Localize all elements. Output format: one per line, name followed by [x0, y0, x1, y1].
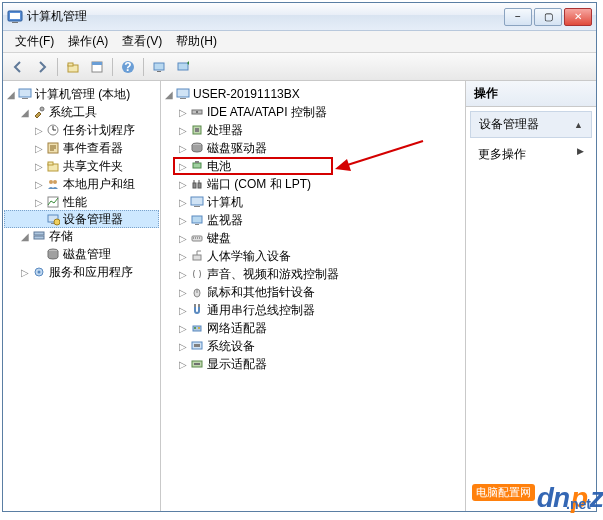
- tree-device-manager[interactable]: 设备管理器: [4, 210, 159, 228]
- device-category[interactable]: ▷监视器: [163, 211, 463, 229]
- tree-event-viewer[interactable]: ▷ 事件查看器: [5, 139, 158, 157]
- expander-icon[interactable]: ▷: [33, 161, 45, 172]
- tree-disk-mgmt[interactable]: 磁盘管理: [5, 245, 158, 263]
- tree-storage[interactable]: ◢ 存储: [5, 227, 158, 245]
- device-icon: [189, 212, 205, 228]
- device-category[interactable]: ▷计算机: [163, 193, 463, 211]
- back-icon[interactable]: [9, 58, 27, 76]
- tree-label: 计算机: [207, 194, 243, 211]
- expander-icon[interactable]: ▷: [177, 341, 189, 352]
- tree-services-apps[interactable]: ▷ 服务和应用程序: [5, 263, 158, 281]
- expander-icon[interactable]: ▷: [33, 197, 45, 208]
- expander-icon[interactable]: ▷: [177, 251, 189, 262]
- device-icon: [189, 194, 205, 210]
- svg-rect-37: [193, 163, 201, 168]
- tree-label: 鼠标和其他指针设备: [207, 284, 315, 301]
- expander-icon[interactable]: ▷: [177, 359, 189, 370]
- tree-label: 事件查看器: [63, 140, 123, 157]
- expander-icon[interactable]: ▷: [177, 197, 189, 208]
- menu-file[interactable]: 文件(F): [9, 31, 60, 52]
- device-category[interactable]: ▷键盘: [163, 229, 463, 247]
- disk-icon: [45, 246, 61, 262]
- device-category[interactable]: ▷网络适配器: [163, 319, 463, 337]
- expander-icon[interactable]: ◢: [19, 107, 31, 118]
- expander-icon[interactable]: ▷: [177, 215, 189, 226]
- menu-action[interactable]: 操作(A): [62, 31, 114, 52]
- device-icon: [189, 338, 205, 354]
- refresh-icon[interactable]: [174, 58, 192, 76]
- tree-performance[interactable]: ▷ 性能: [5, 193, 158, 211]
- expander-icon[interactable]: ▷: [177, 305, 189, 316]
- tree-local-users[interactable]: ▷ 本地用户和组: [5, 175, 158, 193]
- device-category[interactable]: ▷通用串行总线控制器: [163, 301, 463, 319]
- device-category[interactable]: ▷处理器: [163, 121, 463, 139]
- svg-rect-39: [193, 183, 196, 188]
- expander-icon[interactable]: ◢: [5, 89, 17, 100]
- svg-rect-18: [48, 162, 53, 165]
- device-category[interactable]: ▷声音、视频和游戏控制器: [163, 265, 463, 283]
- tree-system-tools[interactable]: ◢ 系统工具: [5, 103, 158, 121]
- expander-icon[interactable]: ▷: [177, 269, 189, 280]
- expander-icon[interactable]: ▷: [177, 323, 189, 334]
- up-icon[interactable]: [64, 58, 82, 76]
- expander-icon[interactable]: ▷: [33, 125, 45, 136]
- tree-label: 系统工具: [49, 104, 97, 121]
- expander-icon[interactable]: ▷: [33, 143, 45, 154]
- svg-rect-42: [194, 206, 200, 207]
- right-pane: 操作 设备管理器 ▲ 更多操作 ▶: [466, 81, 596, 511]
- close-button[interactable]: ✕: [564, 8, 592, 26]
- expander-icon[interactable]: ▷: [177, 161, 189, 172]
- tree-label: 共享文件夹: [63, 158, 123, 175]
- tree-label: 监视器: [207, 212, 243, 229]
- scan-icon[interactable]: [150, 58, 168, 76]
- device-category[interactable]: ▷IDE ATA/ATAPI 控制器: [163, 103, 463, 121]
- svg-rect-2: [12, 22, 18, 23]
- svg-rect-43: [192, 216, 202, 223]
- device-category[interactable]: ▷鼠标和其他指针设备: [163, 283, 463, 301]
- tree-label: 显示适配器: [207, 356, 267, 373]
- middle-pane: ◢ USER-20191113BX ▷IDE ATA/ATAPI 控制器▷处理器…: [161, 81, 466, 511]
- device-category[interactable]: ▷系统设备: [163, 337, 463, 355]
- device-category[interactable]: ▷端口 (COM 和 LPT): [163, 175, 463, 193]
- tree-task-scheduler[interactable]: ▷ 任务计划程序: [5, 121, 158, 139]
- tree-shared-folders[interactable]: ▷ 共享文件夹: [5, 157, 158, 175]
- actions-header: 操作: [466, 81, 596, 107]
- forward-icon[interactable]: [33, 58, 51, 76]
- expander-icon[interactable]: ◢: [19, 231, 31, 242]
- device-category[interactable]: ▷显示适配器: [163, 355, 463, 373]
- expander-icon[interactable]: ▷: [177, 233, 189, 244]
- toolbar: ?: [3, 53, 596, 81]
- more-actions[interactable]: 更多操作 ▶: [466, 142, 596, 167]
- expander-icon[interactable]: ▷: [19, 267, 31, 278]
- tree-label: 键盘: [207, 230, 231, 247]
- menu-help[interactable]: 帮助(H): [170, 31, 223, 52]
- svg-rect-12: [19, 89, 31, 97]
- svg-rect-25: [34, 232, 44, 235]
- actions-section[interactable]: 设备管理器 ▲: [470, 111, 592, 138]
- device-category[interactable]: ▷磁盘驱动器: [163, 139, 463, 157]
- tree-label: 声音、视频和游戏控制器: [207, 266, 339, 283]
- device-category[interactable]: ▷人体学输入设备: [163, 247, 463, 265]
- tree-root-local[interactable]: ◢ 计算机管理 (本地): [5, 85, 158, 103]
- menu-view[interactable]: 查看(V): [116, 31, 168, 52]
- svg-rect-13: [22, 98, 28, 99]
- body: ◢ 计算机管理 (本地) ◢ 系统工具 ▷ 任务计划程序 ▷ 事件查看器 ▷: [3, 81, 596, 511]
- expander-icon[interactable]: ▷: [177, 287, 189, 298]
- tree-label: 人体学输入设备: [207, 248, 291, 265]
- expander-icon[interactable]: ▷: [177, 179, 189, 190]
- expander-icon[interactable]: ▷: [177, 143, 189, 154]
- expander-icon[interactable]: ▷: [177, 107, 189, 118]
- expander-icon[interactable]: ▷: [33, 179, 45, 190]
- minimize-button[interactable]: −: [504, 8, 532, 26]
- help-icon[interactable]: ?: [119, 58, 137, 76]
- device-category[interactable]: ▷电池: [163, 157, 463, 175]
- expander-icon[interactable]: ▷: [177, 125, 189, 136]
- svg-point-19: [49, 180, 53, 184]
- maximize-button[interactable]: ▢: [534, 8, 562, 26]
- tree-label: 磁盘管理: [63, 246, 111, 263]
- device-mgr-icon: [45, 211, 61, 227]
- expander-icon[interactable]: ◢: [163, 89, 175, 100]
- properties-icon[interactable]: [88, 58, 106, 76]
- device-root[interactable]: ◢ USER-20191113BX: [163, 85, 463, 103]
- svg-rect-35: [195, 128, 199, 132]
